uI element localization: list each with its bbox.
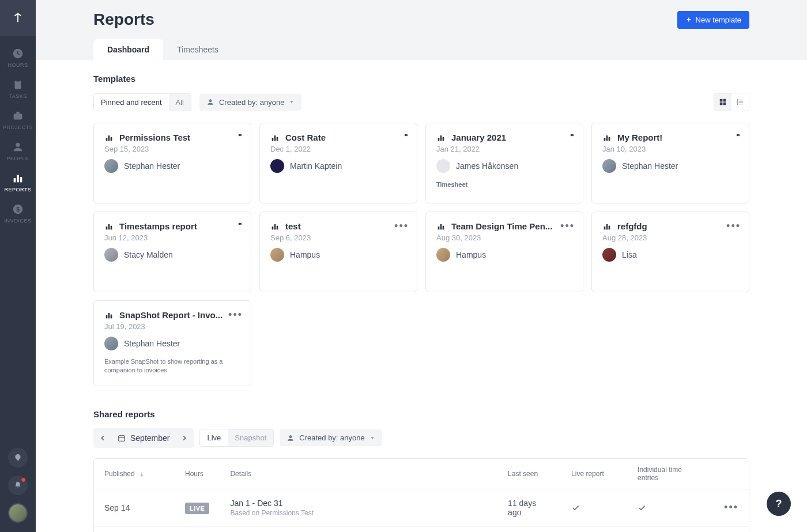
live-button[interactable]: Live (200, 429, 228, 446)
bar-chart-icon (270, 222, 280, 231)
help-button[interactable]: ? (767, 492, 791, 516)
person-icon (12, 141, 24, 153)
filter-all[interactable]: All (169, 94, 191, 111)
pin-button[interactable] (402, 131, 409, 138)
svg-rect-7 (20, 177, 22, 182)
svg-rect-45 (106, 315, 108, 318)
col-individual[interactable]: Individual time entries (627, 459, 714, 489)
template-card[interactable]: Timestamps reportJun 12, 2023Stacy Malde… (93, 212, 251, 292)
card-description: Example SnapShot to show reporting as a … (104, 357, 240, 375)
shared-created-by-filter[interactable]: Created by: anyone (280, 429, 382, 446)
person-icon (286, 434, 295, 442)
card-more-button[interactable]: ••• (726, 220, 741, 232)
card-title: refgfdg (617, 221, 647, 231)
assist-button[interactable] (8, 448, 28, 467)
pin-button[interactable] (734, 131, 741, 138)
svg-rect-30 (604, 138, 606, 141)
svg-rect-11 (720, 99, 723, 102)
sidebar-item-reports[interactable]: REPORTS (0, 166, 36, 197)
clipboard-icon (12, 78, 24, 91)
snapshot-button[interactable]: Snapshot (228, 429, 273, 446)
row-more-button[interactable]: ••• (714, 489, 749, 526)
tabs: Dashboard Timesheets (93, 39, 749, 60)
filter-pinned-recent[interactable]: Pinned and recent (94, 94, 169, 111)
next-month-button[interactable] (175, 428, 194, 448)
plus-icon (685, 16, 692, 23)
template-card[interactable]: •••Team Design Time Pen...Aug 30, 2023Ha… (425, 212, 583, 292)
sidebar-item-people[interactable]: PEOPLE (0, 135, 36, 166)
tab-timesheets[interactable]: Timesheets (163, 39, 232, 60)
sidebar-item-invoices[interactable]: $ INVOICES (0, 197, 36, 228)
grid-view-button[interactable] (714, 93, 731, 111)
card-more-button[interactable]: ••• (228, 309, 243, 321)
sidebar-item-label: HOURS (7, 62, 28, 68)
card-more-button[interactable]: ••• (394, 220, 409, 232)
bar-chart-icon (104, 311, 114, 320)
prev-month-button[interactable] (93, 428, 112, 448)
table-row[interactable]: Sep 14LIVEJan 1 - Dec 31Based on Permiss… (94, 489, 749, 526)
pin-button[interactable] (236, 131, 243, 138)
created-by-filter[interactable]: Created by: anyone (199, 94, 301, 111)
svg-rect-1 (15, 81, 21, 89)
calendar-icon (118, 434, 126, 442)
template-card[interactable]: Permissions TestSep 15, 2023Stephan Hest… (93, 123, 251, 203)
template-card[interactable]: •••refgfdgAug 28, 2023Lisa (591, 212, 749, 292)
card-owner: Martin Kaptein (290, 161, 342, 171)
card-title: My Report! (617, 133, 662, 142)
list-view-button[interactable] (731, 93, 749, 111)
svg-point-19 (737, 101, 738, 102)
chevron-right-icon (180, 434, 188, 442)
svg-rect-40 (440, 224, 442, 229)
owner-avatar (436, 159, 450, 173)
svg-rect-32 (609, 137, 610, 141)
new-template-button[interactable]: New template (677, 11, 749, 29)
notifications-button[interactable] (8, 476, 28, 495)
card-date: Aug 28, 2023 (602, 233, 738, 242)
sidebar-item-tasks[interactable]: TASKS (0, 73, 36, 104)
card-more-button[interactable]: ••• (560, 220, 575, 232)
bar-chart-icon (104, 133, 114, 142)
template-card[interactable]: January 2021Jan 21, 2022James HåkonsenTi… (425, 123, 583, 203)
svg-rect-13 (720, 103, 723, 105)
month-label[interactable]: September (112, 428, 175, 448)
card-date: Jul 19, 2023 (104, 322, 240, 331)
col-hours[interactable]: Hours (175, 459, 220, 489)
template-card[interactable]: •••SnapShot Report - Invo...Jul 19, 2023… (93, 300, 251, 386)
tab-dashboard[interactable]: Dashboard (93, 39, 163, 60)
svg-point-52 (289, 435, 292, 438)
page-header: Reports New template Dashboard Timesheet… (36, 0, 807, 60)
table-row[interactable]: Sep 1 - Sep 30 (94, 526, 749, 532)
sidebar-item-projects[interactable]: PROJECTS (0, 104, 36, 135)
sidebar-nav: HOURS TASKS PROJECTS PEOPLE REPORTS $ IN… (0, 41, 36, 228)
app-logo[interactable] (0, 0, 36, 36)
pin-icon (236, 220, 243, 227)
main-content: Reports New template Dashboard Timesheet… (36, 0, 807, 532)
user-avatar[interactable] (8, 503, 28, 523)
svg-rect-43 (606, 224, 608, 229)
owner-avatar (436, 248, 450, 262)
pin-button[interactable] (236, 220, 243, 227)
shared-created-by-label: Created by: anyone (299, 433, 364, 442)
pin-button[interactable] (568, 131, 575, 138)
cell-last-seen (497, 526, 561, 532)
svg-rect-46 (108, 313, 110, 318)
col-details[interactable]: Details (220, 459, 497, 489)
pin-icon (734, 131, 741, 138)
row-more-button[interactable] (714, 526, 749, 532)
sidebar-item-hours[interactable]: HOURS (0, 41, 36, 73)
col-live-report[interactable]: Live report (561, 459, 627, 489)
card-date: Aug 30, 2023 (436, 233, 572, 242)
template-card[interactable]: •••testSep 6, 2023Hampus (259, 212, 417, 292)
template-card[interactable]: Cost RateDec 1, 2022Martin Kaptein (259, 123, 417, 203)
svg-rect-6 (17, 175, 19, 183)
cell-live-report (561, 489, 627, 526)
col-last-seen[interactable]: Last seen (497, 459, 561, 489)
live-badge: LIVE (185, 503, 209, 514)
col-published[interactable]: Published (94, 459, 175, 489)
svg-rect-14 (723, 103, 726, 105)
bar-chart-icon (602, 133, 612, 142)
svg-point-20 (737, 104, 738, 104)
template-card[interactable]: My Report!Jan 10, 2023Stephan Hester (591, 123, 749, 203)
chevron-down-icon (289, 99, 295, 105)
templates-grid: Permissions TestSep 15, 2023Stephan Hest… (93, 123, 749, 386)
